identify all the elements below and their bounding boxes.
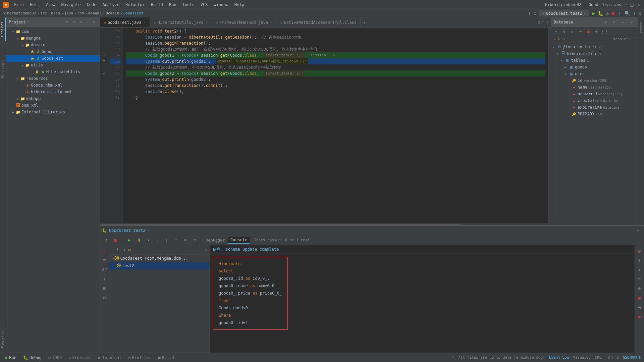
db-item-id[interactable]: 🔑 id varchar(255) <box>552 77 637 84</box>
db-item-goods[interactable]: ▶ ▦ goods <box>552 64 637 70</box>
db-item-localhost[interactable]: ▾ 🖥 @localhost 1 of 28 <box>552 44 637 50</box>
resume-btn[interactable]: ▶ <box>125 236 133 244</box>
menu-tools[interactable]: Tools <box>180 2 197 8</box>
db-close-icon[interactable]: ✕ <box>628 18 635 26</box>
tab-frameworkmethod[interactable]: ☕ FrameworkMethod.java ✕ <box>212 17 276 28</box>
tree-item-goods[interactable]: 🔒 A Goods <box>6 48 100 55</box>
db-copy-icon[interactable]: ⊕ <box>560 28 568 35</box>
menu-navigate[interactable]: Navigate <box>59 2 84 8</box>
run-button[interactable]: ▶ <box>592 10 595 16</box>
run-config-selector[interactable]: ☕ GoodsTest.test2 ▾ <box>539 10 589 16</box>
vertical-scrollbar[interactable] <box>548 28 551 223</box>
project-tab[interactable]: Project <box>0 17 6 41</box>
maximize-button[interactable]: □ <box>629 2 635 7</box>
tab-debugger[interactable]: Debugger <box>203 237 228 244</box>
tree-item-webapp[interactable]: ▶ 📁 webapp <box>6 95 100 102</box>
stop-button[interactable]: ■ <box>612 11 614 16</box>
copy-icon[interactable]: ⊕ <box>636 284 644 292</box>
db-minus-icon[interactable]: ─ <box>577 28 584 35</box>
tree-item-goods-xml[interactable]: ✾ Goods.hbm.xml <box>6 82 100 89</box>
breadcrumb-part-6[interactable]: domain <box>106 11 119 15</box>
maven-tab[interactable]: Maven <box>638 19 644 35</box>
tab-console[interactable]: Console <box>228 237 250 244</box>
code-content[interactable]: public void test2() { Session session = … <box>123 28 548 223</box>
force-step-into-btn[interactable]: ⇓ <box>163 236 171 244</box>
stop-icon-right[interactable]: ■ <box>636 294 644 302</box>
stop-debug-btn[interactable]: ■ <box>111 236 119 244</box>
db-item-hibernatelearn[interactable]: ▾ 🗄 hibernatelearn <box>552 50 637 57</box>
menu-code[interactable]: Code <box>84 2 99 8</box>
pause-btn[interactable]: ⏸ <box>135 236 143 244</box>
tree-item-resources[interactable]: ▾ 📁 resources <box>6 75 100 82</box>
expand-debug-icon[interactable]: ⊞ <box>101 284 109 292</box>
visual-gc-link[interactable]: VisualGC <box>573 355 591 360</box>
favorites-tab[interactable]: Favorites <box>0 324 6 353</box>
split-icon[interactable]: ◫ <box>542 20 544 25</box>
problems-bottom-tab[interactable]: ⚠ Problems <box>66 355 94 361</box>
tree-item-utils[interactable]: ▾ 📁 utils <box>6 62 100 68</box>
db-more-icon[interactable]: ⋮⋮ <box>601 28 608 35</box>
debug-bottom-tab[interactable]: 🐛 Debug <box>20 355 44 361</box>
sort-icon[interactable]: ↕ <box>101 275 109 283</box>
record-icon[interactable]: ● <box>636 312 644 320</box>
close-debug-side-icon[interactable]: ✕ <box>101 247 109 255</box>
run-with-coverage-button[interactable]: ◎ <box>606 11 609 16</box>
tab-hibernateutils[interactable]: ☕ HibernateUtils.java ✕ <box>150 17 212 28</box>
pin-tests-icon[interactable]: ⊟ <box>203 247 208 253</box>
filter-tests-icon[interactable]: ⊞ <box>121 247 126 253</box>
menu-view[interactable]: View <box>43 2 58 8</box>
tree-item-hibernateutils[interactable]: 🔒 A HibernateUtils <box>6 68 100 75</box>
run-to-cursor-btn[interactable]: ⊕ <box>181 236 190 244</box>
alpha-sort-icon[interactable]: AZ <box>101 265 109 273</box>
db-properties-icon[interactable]: ⚙ <box>593 28 600 35</box>
close-button[interactable]: ✕ <box>636 2 641 7</box>
db-item-name[interactable]: ▬ name varchar(255) <box>552 84 637 91</box>
debug-tree-goodstest[interactable]: ▾ GoodsTest (com.mengma.dom... <box>109 255 210 262</box>
breadcrumb-part-0[interactable]: hibernatedemo02 <box>3 11 36 15</box>
tab-scroll-more[interactable]: ▾ <box>361 17 368 28</box>
db-item-user[interactable]: ▾ ▦ user <box>552 70 637 77</box>
print-icon[interactable]: 🖨 <box>636 303 644 311</box>
structure-tab[interactable]: Structure <box>0 54 6 83</box>
tree-item-hibernate-xml[interactable]: ✾ hibernate.cfg.xml <box>6 89 100 95</box>
menu-build[interactable]: Build <box>148 2 166 8</box>
tree-item-mengma[interactable]: ▾ 📁 mengma <box>6 35 100 42</box>
menu-edit[interactable]: Edit <box>27 2 42 8</box>
debug-run-button[interactable]: 🐛 <box>598 11 603 16</box>
pin-panel-icon[interactable]: ✕ <box>91 19 97 25</box>
settings-gear-icon[interactable]: ⚙ <box>639 11 641 16</box>
menu-vcs[interactable]: VCS <box>198 2 211 8</box>
step-over-btn[interactable]: ↷ <box>144 236 152 244</box>
tree-item-goodstest[interactable]: 🔒 A GoodsTest <box>6 55 100 62</box>
tab-close-hibernateutils[interactable]: ✕ <box>206 20 208 24</box>
db-item-tables[interactable]: ▾ ▦ tables 2 <box>552 57 637 64</box>
tree-item-external-libs[interactable]: ▶ 📁 External Libraries <box>6 109 100 115</box>
db-item-expiretime[interactable]: ▬ expireTime datetime <box>552 104 637 111</box>
minimize-button[interactable]: ─ <box>623 2 628 7</box>
debug-tree-test2[interactable]: test2 <box>109 262 210 269</box>
tree-item-domain[interactable]: ▾ 📁 domain <box>6 42 100 48</box>
step-into-btn[interactable]: ↓ <box>153 236 161 244</box>
breadcrumb-part-2[interactable]: main <box>51 11 60 15</box>
tab-close-goodstest[interactable]: ✕ <box>144 20 146 24</box>
breadcrumb-part-1[interactable]: src <box>40 11 47 15</box>
menu-run[interactable]: Run <box>166 2 179 8</box>
menu-window[interactable]: Window <box>211 2 231 8</box>
step-out-btn[interactable]: ↑ <box>172 236 180 244</box>
menu-refactor[interactable]: Refactor <box>123 2 148 8</box>
menu-help[interactable]: Help <box>232 2 247 8</box>
expand-all-icon[interactable]: ⊞ <box>64 19 70 25</box>
db-stop-icon[interactable]: ■ <box>585 28 592 35</box>
crlf-status[interactable]: CRLF <box>595 355 604 360</box>
db-add-icon[interactable]: ＋ <box>552 28 560 35</box>
tree-item-pom[interactable]: 🅼 pom.xml <box>6 102 100 109</box>
breadcrumb-part-7[interactable]: GoodsTest <box>123 11 144 15</box>
breadcrumb-part-4[interactable]: com <box>77 11 84 15</box>
db-item-createtime[interactable]: ▬ createTime datetime <box>552 97 637 104</box>
evaluate-expr-btn[interactable]: ≡ <box>191 236 199 244</box>
db-item-primary[interactable]: 🔑 PRIMARY (id) <box>552 111 637 117</box>
tab-goodstest[interactable]: ☕ GoodsTest.java ✕ <box>100 17 150 28</box>
vcs-icon[interactable]: ⬆ <box>528 11 531 16</box>
db-settings-icon[interactable]: ⚙ <box>602 18 609 26</box>
db-item-password[interactable]: ▬ password varchar(255) <box>552 91 637 97</box>
